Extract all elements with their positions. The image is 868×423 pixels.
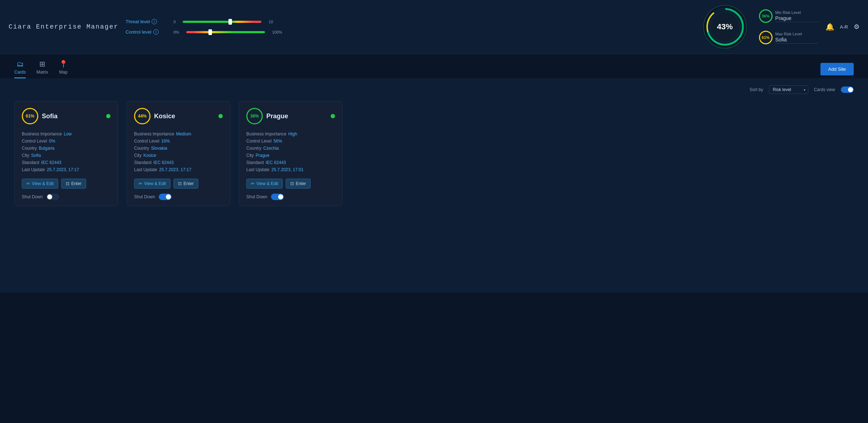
card-title-row-kosice: 44% Kosice (134, 108, 175, 124)
control-max: 100% (272, 30, 282, 34)
cards-view-label: Cards view (814, 87, 835, 92)
enter-button-sofia[interactable]: ⊡ Enter (61, 179, 86, 189)
info-standard-sofia: Standard IEC 62443 (22, 160, 110, 165)
header-right: 🔔 A-R ⚙ (825, 23, 859, 31)
tab-cards[interactable]: 🗂 Cards (14, 60, 26, 78)
info-standard-kosice: Standard IEC 62443 (134, 160, 223, 165)
card-header-prague: 36% Prague (246, 108, 335, 124)
view-edit-button-sofia[interactable]: ✏ View & Edit (22, 179, 58, 189)
info-last-update-sofia: Last Update 25.7.2023, 17:17 (22, 167, 110, 172)
card-actions-sofia: ✏ View & Edit ⊡ Enter (22, 179, 110, 189)
info-control-level-prague: Control Level 56% (246, 139, 335, 144)
sort-bar: Sort by Risk level Name Country Last Upd… (14, 85, 854, 94)
tab-matrix[interactable]: ⊞ Matrix (36, 60, 48, 78)
risk-badge-prague: 36% (246, 108, 263, 124)
view-edit-button-prague[interactable]: ✏ View & Edit (246, 179, 283, 189)
info-city-prague: City Prague (246, 153, 335, 158)
max-risk-city: Sofia (775, 37, 818, 44)
risk-gauge: 43% (702, 4, 748, 50)
app-title: Ciara Enterprise Manager (9, 23, 118, 30)
shutdown-label-prague: Shut Down (246, 194, 267, 199)
cards-view-toggle[interactable] (841, 86, 854, 93)
card-info-sofia: Business Importance Low Control Level 0%… (22, 131, 110, 172)
enter-icon: ⊡ (66, 181, 69, 186)
info-business-importance-prague: Business Importance High (246, 131, 335, 136)
threat-level-row: Threat level i 0 10 (125, 19, 684, 24)
status-dot-prague (331, 114, 335, 118)
threat-info-icon[interactable]: i (152, 19, 157, 24)
view-edit-button-kosice[interactable]: ✏ View & Edit (134, 179, 171, 189)
info-country-sofia: Country Bulgaria (22, 146, 110, 151)
min-risk-city: Prague (775, 15, 818, 22)
card-name-sofia: Sofia (42, 113, 58, 120)
risk-badges: 36% Min Risk Level Prague 61% Max Risk L… (759, 9, 818, 44)
min-risk-circle: 36% (759, 9, 773, 23)
add-site-button[interactable]: Add Site (820, 63, 854, 75)
threat-level-label: Threat level i (125, 19, 168, 24)
pencil-icon: ✏ (26, 181, 30, 186)
pencil-icon: ✏ (139, 181, 142, 186)
threat-slider-thumb[interactable] (228, 19, 232, 25)
min-risk-label: Min Risk Level (775, 10, 818, 15)
shutdown-toggle-sofia[interactable] (46, 194, 59, 200)
shutdown-toggle-prague[interactable] (271, 194, 284, 200)
shutdown-slider-sofia (46, 194, 59, 200)
card-info-kosice: Business Importance Medium Control Level… (134, 131, 223, 172)
card-name-kosice: Kosice (154, 113, 175, 120)
settings-icon[interactable]: ⚙ (854, 23, 859, 31)
info-last-update-kosice: Last Update 25.7.2023, 17:17 (134, 167, 223, 172)
content-area: Sort by Risk level Name Country Last Upd… (0, 78, 868, 293)
nav-section: 🗂 Cards ⊞ Matrix 📍 Map Add Site (0, 54, 868, 78)
control-slider-thumb[interactable] (208, 29, 212, 35)
site-card-sofia: 61% Sofia Business Importance Low Contro… (14, 101, 118, 206)
enter-button-prague[interactable]: ⊡ Enter (286, 179, 311, 189)
site-card-kosice: 44% Kosice Business Importance Medium Co… (127, 101, 230, 206)
info-business-importance-sofia: Business Importance Low (22, 131, 110, 136)
shutdown-slider-prague (271, 194, 284, 200)
control-level-label: Control level i (125, 29, 168, 35)
tab-map-label: Map (59, 70, 68, 75)
cards-container: 61% Sofia Business Importance Low Contro… (14, 101, 854, 206)
card-header-sofia: 61% Sofia (22, 108, 110, 124)
enter-icon: ⊡ (290, 181, 294, 186)
card-footer-sofia: Shut Down (22, 194, 110, 200)
control-info-icon[interactable]: i (153, 29, 159, 35)
card-title-row-prague: 36% Prague (246, 108, 288, 124)
min-risk-info: Min Risk Level Prague (775, 10, 818, 22)
card-footer-kosice: Shut Down (134, 194, 223, 200)
shutdown-toggle-kosice[interactable] (159, 194, 172, 200)
max-risk-info: Max Risk Level Sofia (775, 32, 818, 44)
control-slider-track[interactable] (186, 31, 265, 33)
notification-icon[interactable]: 🔔 (825, 23, 834, 31)
control-min: 0% (173, 30, 179, 34)
card-name-prague: Prague (266, 113, 288, 120)
enter-button-kosice[interactable]: ⊡ Enter (173, 179, 198, 189)
threat-max: 10 (268, 20, 273, 24)
site-card-prague: 36% Prague Business Importance High Cont… (239, 101, 342, 206)
max-risk-circle: 61% (759, 31, 773, 44)
sort-label: Sort by (750, 87, 763, 92)
matrix-icon: ⊞ (39, 60, 45, 68)
info-control-level-sofia: Control Level 0% (22, 139, 110, 144)
card-footer-prague: Shut Down (246, 194, 335, 200)
control-level-row: Control level i 0% 100% (125, 29, 684, 35)
info-last-update-prague: Last Update 25.7.2023, 17:01 (246, 167, 335, 172)
enter-icon: ⊡ (178, 181, 182, 186)
card-header-kosice: 44% Kosice (134, 108, 223, 124)
shutdown-label-sofia: Shut Down (22, 194, 43, 199)
tab-matrix-label: Matrix (36, 70, 48, 75)
max-risk-badge: 61% Max Risk Level Sofia (759, 31, 818, 44)
shutdown-slider-kosice (159, 194, 172, 200)
max-risk-label: Max Risk Level (775, 32, 818, 36)
shutdown-label-kosice: Shut Down (134, 194, 155, 199)
threat-min: 0 (173, 20, 176, 24)
status-dot-sofia (106, 114, 110, 118)
info-business-importance-kosice: Business Importance Medium (134, 131, 223, 136)
card-info-prague: Business Importance High Control Level 5… (246, 131, 335, 172)
sort-select[interactable]: Risk level Name Country Last Update (769, 85, 808, 94)
tab-map[interactable]: 📍 Map (59, 60, 68, 78)
gauge-value: 43% (717, 22, 733, 31)
info-standard-prague: Standard IEC 62443 (246, 160, 335, 165)
info-country-kosice: Country Slovakia (134, 146, 223, 151)
threat-slider-track[interactable] (183, 21, 261, 23)
